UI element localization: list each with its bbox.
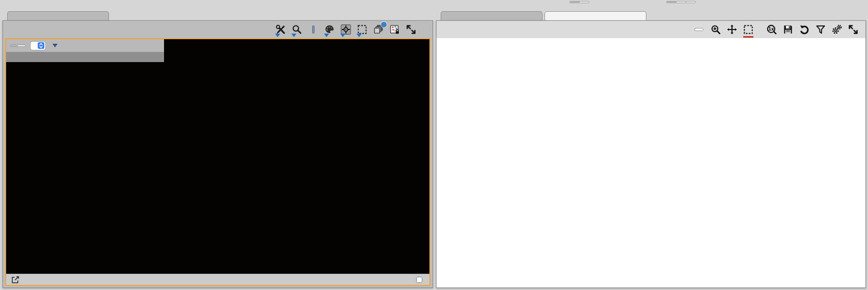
chart-panel-body: 1x: [436, 20, 866, 288]
coverage-tab-row: [3, 11, 433, 20]
hips-moc-dropdown[interactable]: [50, 44, 58, 47]
projection-aitoff-button[interactable]: [17, 45, 25, 46]
filter-icon[interactable]: [815, 23, 827, 36]
lock-by-click-checkbox[interactable]: [416, 277, 422, 283]
top-bar: [0, 0, 868, 11]
hips-image-viewer: [5, 38, 430, 286]
lock-by-click-group: [416, 277, 425, 283]
projection-segment: [10, 45, 25, 47]
tab-coverage[interactable]: [7, 11, 109, 20]
layout-bi-view-images-button[interactable]: [676, 2, 686, 3]
viewer-controls-row: [6, 39, 164, 52]
red-sequence-chart[interactable]: [437, 38, 865, 287]
tab-details[interactable]: [545, 11, 646, 20]
save-icon[interactable]: [782, 23, 794, 36]
expand-icon[interactable]: [847, 23, 859, 36]
select-stepper-icon: [38, 42, 44, 49]
coverage-with-charts-button[interactable]: [579, 2, 589, 3]
select-zoom-icon[interactable]: [742, 23, 754, 36]
zoom-1x-icon[interactable]: 1x: [766, 23, 778, 36]
chart-toolbar: 1x: [437, 21, 865, 38]
layout-bi-view-tables-button[interactable]: [686, 2, 695, 3]
color-palette-icon[interactable]: [323, 23, 336, 36]
tools-icon[interactable]: [275, 23, 287, 36]
image-toolbar: [3, 21, 432, 38]
zoom-in-icon[interactable]: [710, 23, 722, 36]
chart-panel: 1x: [436, 11, 866, 288]
expand-icon[interactable]: [405, 23, 417, 36]
sky-image-wrap: [6, 39, 429, 274]
active-tool-indicator: [743, 36, 753, 38]
sky-image[interactable]: [6, 39, 429, 274]
toolbar-separator: [307, 23, 319, 36]
layout-group: [663, 1, 696, 3]
pin-chart-button[interactable]: [694, 28, 703, 31]
svg-text:1x: 1x: [768, 26, 774, 32]
layout-segment: [666, 1, 696, 3]
layout-tri-view-button[interactable]: [667, 2, 676, 3]
coverage-layout-group: [566, 1, 589, 3]
undo-icon[interactable]: [798, 23, 810, 36]
chart-tab-row: [436, 11, 866, 20]
coverage-panel-body: [3, 20, 433, 288]
catalog-overlay-icon[interactable]: [389, 23, 401, 36]
coverage-mode-segment: [569, 1, 589, 3]
coverage-left-button[interactable]: [570, 2, 579, 3]
chart-area: [437, 38, 865, 287]
select-area-icon[interactable]: [356, 23, 368, 36]
coverage-panel: [3, 11, 433, 288]
coord-system-select[interactable]: [30, 41, 46, 50]
zoom-search-icon[interactable]: [291, 23, 303, 36]
external-link-icon[interactable]: [11, 275, 20, 284]
survey-label-row: [6, 52, 164, 62]
layers-count-badge: [381, 21, 387, 28]
tab-active-chart[interactable]: [441, 11, 542, 20]
settings-icon[interactable]: [831, 23, 843, 36]
viewer-status-bar: [6, 274, 429, 285]
viewer-controls-overlay: [6, 39, 164, 62]
layers-icon[interactable]: [372, 23, 385, 36]
pan-icon[interactable]: [726, 23, 738, 36]
recenter-icon[interactable]: [340, 23, 352, 36]
projection-hips-button[interactable]: [10, 45, 17, 46]
